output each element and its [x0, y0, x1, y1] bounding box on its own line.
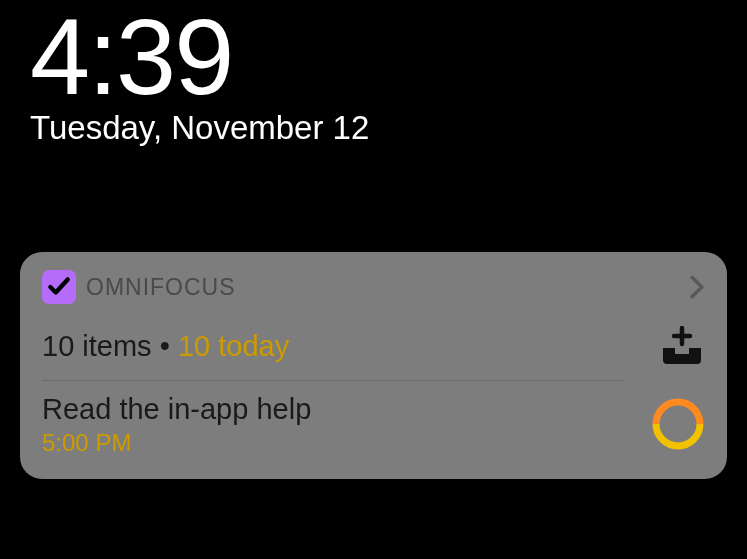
date-label: Tuesday, November 12 [30, 109, 747, 147]
lockscreen-clock: 4:39 Tuesday, November 12 [0, 0, 747, 147]
task-time-label: 5:00 PM [42, 429, 311, 457]
widget-header[interactable]: OMNIFOCUS [42, 270, 705, 304]
task-row[interactable]: Read the in-app help 5:00 PM [42, 391, 705, 457]
items-count-label: 10 items [42, 330, 152, 362]
divider [42, 380, 625, 381]
checkmark-icon [46, 274, 72, 300]
inbox-plus-icon[interactable] [659, 326, 705, 366]
summary-separator: • [152, 330, 178, 362]
app-name-label: OMNIFOCUS [86, 274, 236, 301]
omnifocus-widget[interactable]: OMNIFOCUS 10 items • 10 today Read the i… [20, 252, 727, 479]
chevron-right-icon [689, 275, 705, 299]
summary-row[interactable]: 10 items • 10 today [42, 326, 705, 366]
today-count-label: 10 today [178, 330, 289, 362]
time-label: 4:39 [30, 0, 747, 113]
summary-text: 10 items • 10 today [42, 330, 289, 363]
task-circle-icon[interactable] [651, 397, 705, 451]
task-title-label: Read the in-app help [42, 391, 311, 427]
app-icon [42, 270, 76, 304]
